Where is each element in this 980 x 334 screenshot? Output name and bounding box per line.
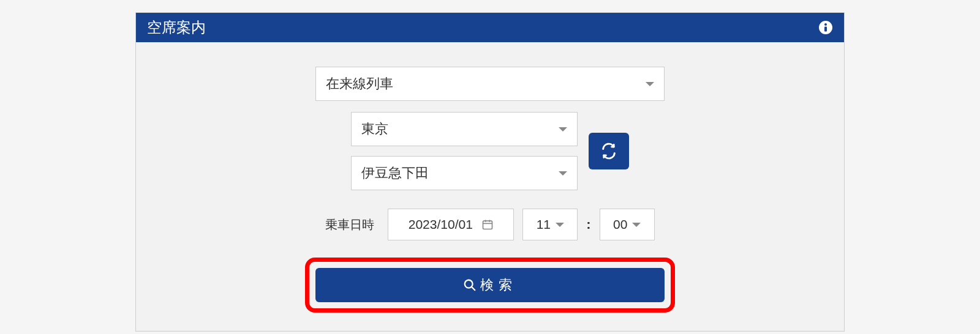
datetime-label: 乗車日時: [325, 217, 374, 233]
svg-rect-3: [483, 221, 492, 229]
hour-select[interactable]: 11: [522, 209, 578, 240]
panel-title: 空席案内: [147, 18, 206, 37]
chevron-down-icon: [632, 223, 641, 227]
chevron-down-icon: [559, 171, 567, 176]
chevron-down-icon: [556, 223, 564, 227]
minute-value: 00: [613, 217, 627, 232]
hour-value: 11: [537, 217, 551, 232]
datetime-row: 乗車日時 2023/10/01 11 : 00: [325, 209, 654, 240]
svg-line-8: [472, 287, 475, 291]
swap-icon: [600, 143, 617, 160]
chevron-down-icon: [559, 127, 567, 132]
search-button-highlight: 検索: [305, 258, 675, 313]
search-button[interactable]: 検索: [315, 268, 665, 302]
swap-stations-button[interactable]: [589, 133, 629, 169]
origin-station-select[interactable]: 東京: [351, 112, 578, 146]
date-value: 2023/10/01: [409, 217, 473, 232]
search-button-label: 検索: [480, 276, 517, 294]
search-icon: [463, 278, 477, 292]
train-type-value: 在来線列車: [326, 75, 393, 93]
info-icon: [818, 20, 833, 35]
chevron-down-icon: [646, 82, 654, 86]
date-input[interactable]: 2023/10/01: [388, 209, 514, 240]
info-button[interactable]: [818, 20, 833, 35]
destination-station-value: 伊豆急下田: [361, 164, 429, 182]
train-type-select[interactable]: 在来線列車: [315, 67, 665, 101]
svg-rect-2: [824, 27, 827, 32]
minute-select[interactable]: 00: [600, 209, 655, 240]
time-separator: :: [586, 217, 590, 232]
panel-body: 在来線列車 東京 伊豆急下田: [136, 42, 844, 331]
destination-station-select[interactable]: 伊豆急下田: [351, 156, 578, 190]
origin-station-value: 東京: [361, 120, 388, 138]
svg-point-1: [824, 23, 827, 26]
panel-header: 空席案内: [136, 13, 844, 42]
calendar-icon: [481, 218, 494, 231]
seat-availability-panel: 空席案内 在来線列車 東京 伊豆急下田: [135, 12, 845, 332]
